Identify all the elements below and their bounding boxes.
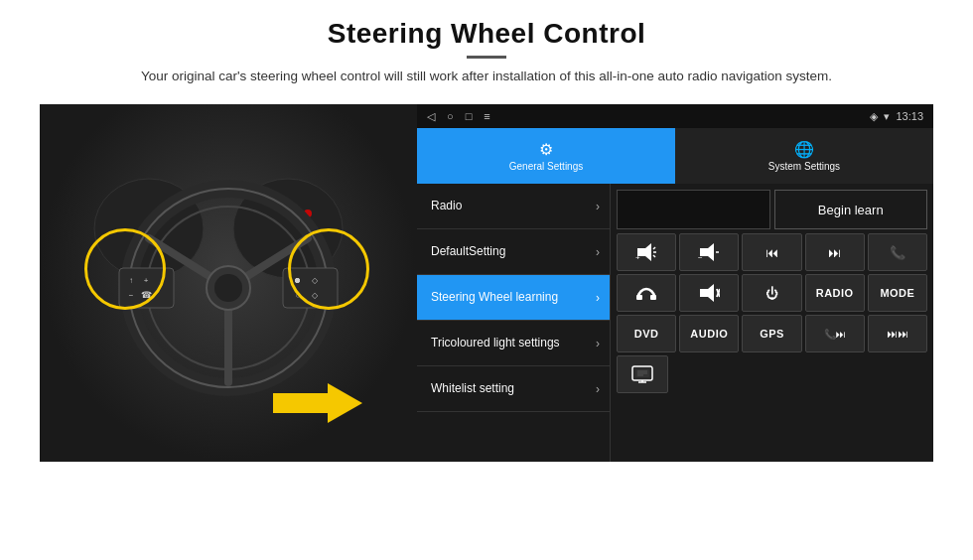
begin-learn-button[interactable]: Begin learn [774,190,928,229]
tab-general-settings[interactable]: ⚙ General Settings [417,128,675,184]
android-panel: ◁ ○ □ ≡ ◈ ▾ 13:13 ⚙ General Settings [417,104,933,462]
svg-marker-22 [273,383,362,423]
menu-item-radio[interactable]: Radio › [417,184,610,229]
svg-point-11 [214,274,242,302]
power-btn[interactable]: ⏻ [742,274,801,312]
tab-system-settings[interactable]: 🌐 System Settings [675,128,933,184]
menu-tricoloured-chevron: › [596,337,600,350]
steering-wheel-image: + ↑ ☎ − ⏺ ◇ ○ ◇ [40,104,417,462]
audio-btn[interactable]: AUDIO [679,315,739,352]
svg-text:+: + [635,253,640,261]
menu-nav-icon[interactable]: ≡ [484,110,489,122]
menu-radio-label: Radio [431,199,462,214]
status-bar-right: ◈ ▾ 13:13 [870,110,923,123]
menu-item-steering[interactable]: Steering Wheel learning › [417,275,610,321]
menu-radio-chevron: › [596,200,600,213]
menu-default-chevron: › [596,245,600,259]
page-subtitle: Your original car's steering wheel contr… [141,67,832,86]
prev-track-btn[interactable]: ⏮ [742,233,801,271]
svg-text:−: − [698,253,703,261]
top-tabs: ⚙ General Settings 🌐 System Settings [417,128,933,184]
mute-btn[interactable] [679,274,739,312]
menu-item-tricoloured[interactable]: Tricoloured light settings › [417,321,610,366]
controls-row4 [617,355,927,393]
vol-down-btn[interactable]: − [679,233,739,271]
page-container: Steering Wheel Control Your original car… [0,0,973,560]
recents-nav-icon[interactable]: □ [466,110,473,122]
screen-icon-btn[interactable] [617,355,668,393]
dvd-btn[interactable]: DVD [617,315,676,352]
yellow-arrow-svg [273,378,362,428]
svg-rect-31 [636,295,642,300]
phone-answer-btn[interactable]: 📞 [868,233,927,271]
status-time: 13:13 [896,110,923,122]
menu-whitelist-chevron: › [596,382,600,396]
wifi-status-icon: ▾ [884,110,890,123]
tab-general-label: General Settings [509,161,584,172]
highlight-circle-right [288,228,369,310]
menu-steering-chevron: › [596,291,600,305]
tab-system-label: System Settings [768,161,840,172]
phone-next-btn[interactable]: 📞⏭ [805,315,865,352]
radio-btn[interactable]: RADIO [805,274,865,312]
content-area: + ↑ ☎ − ⏺ ◇ ○ ◇ [40,104,933,462]
main-content: Radio › DefaultSetting › Steering Wheel … [417,184,933,462]
svg-line-24 [653,247,655,249]
arrow-container [273,378,362,432]
system-settings-icon: 🌐 [794,140,814,159]
gps-status-icon: ◈ [870,110,878,123]
controls-row3: DVD AUDIO GPS 📞⏭ ⏭⏭ [617,315,927,352]
gps-btn[interactable]: GPS [742,315,801,352]
title-divider [467,56,506,59]
next-track-btn[interactable]: ⏭ [805,233,865,271]
empty-display-box [617,190,770,229]
skip-btn[interactable]: ⏭⏭ [868,315,927,352]
controls-row1: + − ⏮ ⏭ 📞 [617,233,927,271]
page-title: Steering Wheel Control [141,18,832,50]
home-nav-icon[interactable]: ○ [447,110,454,122]
mode-btn[interactable]: MODE [868,274,927,312]
back-nav-icon[interactable]: ◁ [427,110,435,123]
menu-item-whitelist[interactable]: Whitelist setting › [417,366,610,412]
menu-default-label: DefaultSetting [431,244,505,260]
controls-top-row: Begin learn [617,190,927,229]
controls-row2: ⏻ RADIO MODE [617,274,927,312]
left-menu: Radio › DefaultSetting › Steering Wheel … [417,184,611,462]
status-bar-left: ◁ ○ □ ≡ [427,110,490,123]
menu-item-default[interactable]: DefaultSetting › [417,229,610,275]
svg-line-26 [653,255,655,257]
vol-up-btn[interactable]: + [617,233,676,271]
menu-tricoloured-label: Tricoloured light settings [431,336,560,351]
phone-hangup-btn[interactable] [617,274,676,312]
highlight-circle-left [84,228,166,310]
svg-marker-33 [700,284,714,302]
steering-wheel-panel: + ↑ ☎ − ⏺ ◇ ○ ◇ [40,104,417,462]
general-settings-icon: ⚙ [539,140,553,159]
right-controls: Begin learn + − ⏮ ⏭ 📞 [611,184,933,462]
status-bar: ◁ ○ □ ≡ ◈ ▾ 13:13 [417,104,933,128]
svg-rect-32 [650,295,656,300]
menu-steering-label: Steering Wheel learning [431,290,558,306]
menu-whitelist-label: Whitelist setting [431,381,514,397]
title-section: Steering Wheel Control Your original car… [141,18,832,98]
